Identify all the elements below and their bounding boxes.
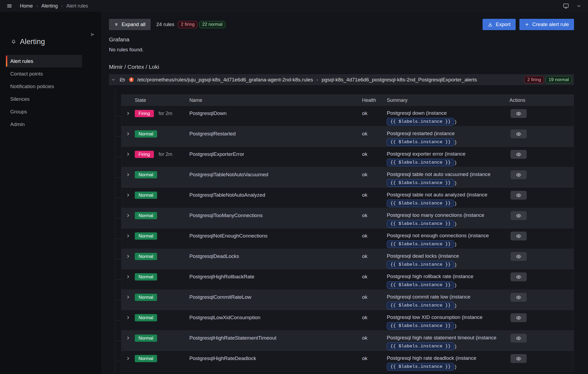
- create-alert-rule-button[interactable]: Create alert rule: [519, 19, 574, 30]
- state-badge: Firing: [135, 110, 154, 117]
- table-row: Normal PostgresqlLowXidConsumption ok Po…: [121, 310, 574, 330]
- expand-all-button[interactable]: Expand all: [109, 19, 151, 30]
- expand-row-icon[interactable]: [126, 254, 130, 269]
- expand-row-icon[interactable]: [126, 213, 130, 228]
- expand-row-icon[interactable]: [126, 315, 130, 330]
- rule-group-header[interactable]: /etc/prometheus/rules/juju_pgsql-k8s_4d7…: [109, 74, 574, 85]
- rules-toolbar: Expand all 24 rules 2 firing 22 normal E…: [109, 19, 574, 30]
- rule-summary: Postgresql not enough connections (insta…: [387, 233, 509, 239]
- breadcrumb-alerting[interactable]: Alerting: [41, 3, 58, 9]
- rule-name: PostgresqlDown: [189, 106, 362, 126]
- rule-summary: Postgresql dead locks (instance: [387, 253, 509, 259]
- rule-summary: Postgresql table not auto vacuumed (inst…: [387, 171, 509, 177]
- expand-row-icon[interactable]: [126, 275, 130, 290]
- eye-icon: [516, 111, 522, 117]
- sidebar-item-alert-rules[interactable]: Alert rules: [6, 55, 82, 67]
- rule-health: ok: [362, 330, 387, 351]
- sidebar-item-silences[interactable]: Silences: [6, 93, 82, 105]
- expand-row-icon[interactable]: [126, 193, 130, 208]
- summary-suffix: ): [455, 343, 456, 349]
- expand-row-icon[interactable]: [126, 172, 130, 188]
- view-rule-button[interactable]: [511, 232, 527, 240]
- view-rule-button[interactable]: [511, 313, 527, 322]
- expand-row-icon[interactable]: [126, 111, 130, 126]
- plus-icon: [525, 22, 529, 27]
- state-badge: Normal: [135, 130, 157, 138]
- collapse-sidebar-icon[interactable]: [90, 32, 95, 37]
- label-template-chip: {{ $labels.instance }}: [387, 261, 454, 268]
- summary-suffix: ): [455, 282, 456, 288]
- breadcrumb-separator-icon: ›: [61, 3, 63, 9]
- table-row: Normal PostgresqlDeadLocks ok Postgresql…: [121, 249, 574, 269]
- table-row: Normal PostgresqlTooManyConnections ok P…: [121, 208, 574, 228]
- rule-health: ok: [362, 106, 387, 126]
- sidebar-item-contact-points[interactable]: Contact points: [6, 67, 82, 80]
- breadcrumb-home[interactable]: Home: [20, 3, 33, 9]
- header-summary: Summary: [387, 98, 509, 103]
- eye-icon: [516, 254, 522, 260]
- state-badge: Normal: [135, 335, 157, 342]
- expand-row-icon[interactable]: [126, 132, 130, 147]
- chevron-down-icon[interactable]: [576, 3, 582, 9]
- summary-suffix: ): [455, 180, 456, 186]
- expand-row-icon[interactable]: [126, 336, 130, 351]
- label-template-chip: {{ $labels.instance }}: [387, 118, 454, 125]
- rule-health: ok: [362, 167, 387, 188]
- rule-health: ok: [362, 228, 387, 249]
- menu-icon[interactable]: [6, 3, 12, 9]
- summary-suffix: ): [455, 160, 456, 166]
- breadcrumb: Home › Alerting › Alert rules: [20, 3, 88, 9]
- collapse-group-icon[interactable]: [111, 78, 115, 82]
- label-template-chip: {{ $labels.instance }}: [387, 302, 454, 309]
- export-button[interactable]: Export: [483, 19, 516, 30]
- expand-row-icon[interactable]: [126, 234, 130, 249]
- rule-name: PostgresqlCommitRateLow: [189, 290, 362, 310]
- state-badge: Normal: [135, 232, 157, 240]
- sidebar-item-notification-policies[interactable]: Notification policies: [6, 80, 82, 93]
- table-row: Normal PostgresqlHighRateStatementTimeou…: [121, 330, 574, 351]
- view-rule-button[interactable]: [511, 170, 527, 179]
- rules-table: State Name Health Summary Actions Firing…: [121, 94, 574, 372]
- expand-row-icon[interactable]: [126, 295, 130, 310]
- view-rule-button[interactable]: [511, 272, 527, 281]
- table-row: Normal PostgresqlHighRollbackRate ok Pos…: [121, 269, 574, 290]
- rule-health: ok: [362, 269, 387, 290]
- expand-row-icon[interactable]: [126, 152, 130, 167]
- sidebar-title: Alerting: [0, 12, 101, 46]
- rule-summary: Postgresql commit rate low (instance: [387, 294, 509, 300]
- label-template-chip: {{ $labels.instance }}: [387, 159, 454, 166]
- rule-health: ok: [362, 310, 387, 330]
- state-duration: for 2m: [159, 110, 172, 117]
- active-accent-bar: [6, 56, 7, 67]
- sidebar-item-admin[interactable]: Admin: [6, 118, 82, 131]
- expand-all-label: Expand all: [122, 21, 146, 27]
- view-rule-button[interactable]: [511, 150, 527, 159]
- view-rule-button[interactable]: [511, 109, 527, 118]
- sidebar-item-label: Notification policies: [10, 84, 54, 89]
- view-rule-button[interactable]: [511, 191, 527, 200]
- rule-name: PostgresqlLowXidConsumption: [189, 310, 362, 330]
- rule-name: PostgresqlHighRateDeadlock: [189, 351, 362, 371]
- rules-count: 24 rules: [156, 21, 175, 27]
- eye-icon: [516, 172, 522, 178]
- rule-health: ok: [362, 351, 387, 371]
- rule-name: PostgresqlTableNotAutoVacuumed: [189, 167, 362, 188]
- table-row: Firing for 2m PostgresqlExporterError ok…: [121, 147, 574, 167]
- rule-summary: Postgresql table not auto analyzed (inst…: [387, 192, 509, 198]
- view-rule-button[interactable]: [511, 211, 527, 220]
- expand-row-icon[interactable]: [126, 356, 130, 371]
- header-name: Name: [189, 98, 362, 103]
- eye-icon: [516, 233, 522, 239]
- view-rule-button[interactable]: [511, 354, 527, 363]
- view-rule-button[interactable]: [511, 334, 527, 343]
- state-badge: Normal: [135, 171, 157, 178]
- monitor-icon[interactable]: [563, 3, 569, 9]
- rule-name: PostgresqlTableNotAutoAnalyzed: [189, 188, 362, 208]
- view-rule-button[interactable]: [511, 130, 527, 138]
- view-rule-button[interactable]: [511, 293, 527, 302]
- sidebar-item-groups[interactable]: Groups: [6, 105, 82, 118]
- main-content: Expand all 24 rules 2 firing 22 normal E…: [101, 12, 588, 374]
- rule-name: PostgresqlTooManyConnections: [189, 208, 362, 228]
- view-rule-button[interactable]: [511, 252, 527, 261]
- folder-icon: [119, 77, 125, 83]
